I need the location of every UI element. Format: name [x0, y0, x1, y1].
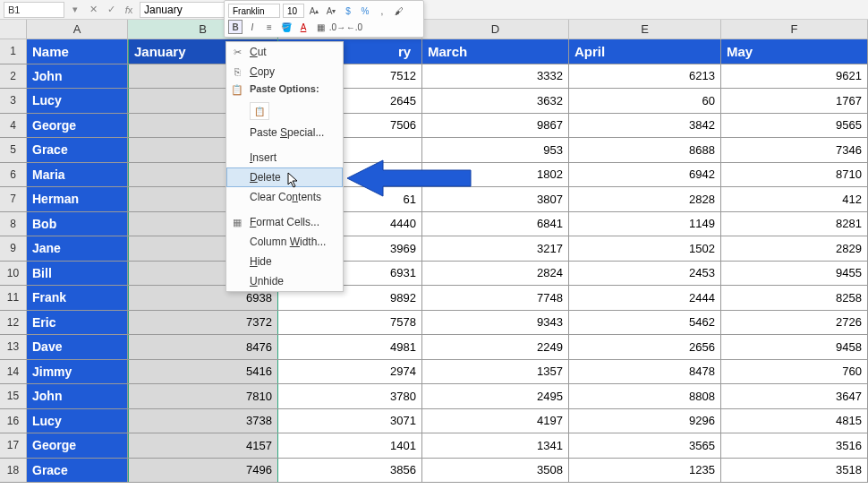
italic-button[interactable]: I	[245, 20, 260, 34]
cell[interactable]: 1401	[278, 433, 422, 458]
cell[interactable]: 9458	[721, 335, 868, 359]
cell[interactable]: 9296	[569, 409, 721, 433]
row-header[interactable]: 8	[0, 212, 27, 236]
cell[interactable]: 3647	[721, 384, 868, 408]
name-cell[interactable]: John	[27, 64, 128, 89]
col-header-d[interactable]: D	[422, 20, 569, 39]
align-icon[interactable]: ≡	[262, 20, 277, 34]
cell[interactable]: 8478	[569, 360, 721, 384]
row-header[interactable]: 3	[0, 89, 27, 113]
cell[interactable]: 2974	[278, 360, 422, 384]
col-header-e[interactable]: E	[569, 20, 721, 39]
col-header-a[interactable]: A	[27, 20, 128, 39]
cell[interactable]: 412	[721, 187, 868, 211]
decrease-decimal-icon[interactable]: ←.0	[347, 20, 362, 34]
cell[interactable]: 60	[569, 89, 721, 113]
name-cell[interactable]: Frank	[27, 286, 128, 310]
name-cell[interactable]: Jane	[27, 236, 128, 261]
font-selector[interactable]: Franklin	[228, 4, 280, 18]
comma-format-icon[interactable]: ,	[375, 4, 389, 18]
fx-icon[interactable]: fx	[122, 3, 136, 17]
name-cell[interactable]: George	[27, 114, 128, 138]
cell[interactable]: 2829	[721, 236, 868, 261]
format-painter-icon[interactable]: 🖌	[392, 4, 406, 18]
row-header[interactable]: 15	[0, 384, 27, 408]
enter-icon[interactable]: ✓	[104, 3, 118, 17]
cell[interactable]: 8258	[721, 286, 868, 310]
row-header[interactable]: 6	[0, 163, 27, 187]
name-cell[interactable]: Eric	[27, 311, 128, 335]
cell[interactable]: 6942	[569, 163, 721, 187]
cell[interactable]: 3332	[422, 64, 569, 89]
cell[interactable]: 7496	[128, 459, 278, 483]
row-header[interactable]: 2	[0, 64, 27, 89]
cell-d1[interactable]: March	[422, 39, 569, 64]
cell[interactable]: 4815	[721, 409, 868, 433]
cell[interactable]: 7748	[422, 286, 569, 310]
name-box[interactable]: B1	[4, 2, 64, 18]
namebox-dropdown-icon[interactable]: ▾	[68, 3, 82, 17]
cell[interactable]: 2453	[569, 262, 721, 286]
menu-clear-contents[interactable]: Clear Contents	[226, 187, 343, 207]
cell[interactable]: 2495	[422, 384, 569, 408]
row-header[interactable]: 14	[0, 360, 27, 384]
name-cell[interactable]: Bob	[27, 212, 128, 236]
row-header[interactable]: 9	[0, 236, 27, 261]
cell[interactable]: 8476	[128, 335, 278, 359]
menu-format-cells[interactable]: ▦ Format Cells...	[226, 212, 343, 232]
cell[interactable]: 9455	[721, 262, 868, 286]
cell[interactable]: 1767	[721, 89, 868, 113]
cell[interactable]: 3738	[128, 409, 278, 433]
name-cell[interactable]: Herman	[27, 187, 128, 211]
name-cell[interactable]: Jimmy	[27, 360, 128, 384]
increase-font-icon[interactable]: A▴	[307, 4, 321, 18]
row-header[interactable]: 4	[0, 114, 27, 138]
menu-cut[interactable]: ✂ CCutut	[226, 42, 343, 62]
bold-button[interactable]: B	[228, 20, 243, 34]
cell[interactable]: 6841	[422, 212, 569, 236]
accounting-format-icon[interactable]: $	[341, 4, 355, 18]
row-header[interactable]: 16	[0, 409, 27, 433]
row-header[interactable]: 10	[0, 262, 27, 286]
cell[interactable]: 7372	[128, 311, 278, 335]
row-header[interactable]: 18	[0, 459, 27, 483]
select-all-corner[interactable]	[0, 20, 27, 39]
cell[interactable]: 9621	[721, 64, 868, 89]
cell-f1[interactable]: May	[721, 39, 868, 64]
cell[interactable]: 9565	[721, 114, 868, 138]
cell[interactable]: 1149	[569, 212, 721, 236]
cell[interactable]: 1341	[422, 433, 569, 458]
menu-column-width[interactable]: Column Width...	[226, 232, 343, 252]
paste-option-keep-source[interactable]: 📋	[250, 102, 269, 120]
name-cell[interactable]: Grace	[27, 138, 128, 162]
cell[interactable]: 3508	[422, 459, 569, 483]
cell[interactable]: 1357	[422, 360, 569, 384]
cell[interactable]: 7346	[721, 138, 868, 162]
cell[interactable]: 3071	[278, 409, 422, 433]
cell[interactable]: 2726	[721, 311, 868, 335]
cell[interactable]: 3780	[278, 384, 422, 408]
cell-a1[interactable]: Name	[27, 39, 128, 64]
name-cell[interactable]: Lucy	[27, 89, 128, 113]
cell[interactable]: 8710	[721, 163, 868, 187]
menu-copy[interactable]: ⎘ Copy	[226, 62, 343, 82]
cell[interactable]: 2828	[569, 187, 721, 211]
menu-unhide[interactable]: Unhide	[226, 271, 343, 291]
font-size-selector[interactable]: 10	[283, 4, 304, 18]
menu-delete[interactable]: Delete	[226, 167, 343, 187]
row-header[interactable]: 7	[0, 187, 27, 211]
row-header[interactable]: 12	[0, 311, 27, 335]
cell[interactable]: 2656	[569, 335, 721, 359]
cell[interactable]: 3856	[278, 459, 422, 483]
increase-decimal-icon[interactable]: .0→	[330, 20, 345, 34]
cell[interactable]: 2824	[422, 262, 569, 286]
cell[interactable]: 3518	[721, 459, 868, 483]
name-cell[interactable]: Bill	[27, 262, 128, 286]
font-color-icon[interactable]: A	[296, 20, 311, 34]
fill-color-icon[interactable]: 🪣	[279, 20, 294, 34]
row-header[interactable]: 5	[0, 138, 27, 162]
cell[interactable]: 1502	[569, 236, 721, 261]
cell[interactable]: 1235	[569, 459, 721, 483]
cell[interactable]: 6213	[569, 64, 721, 89]
menu-hide[interactable]: Hide	[226, 252, 343, 271]
